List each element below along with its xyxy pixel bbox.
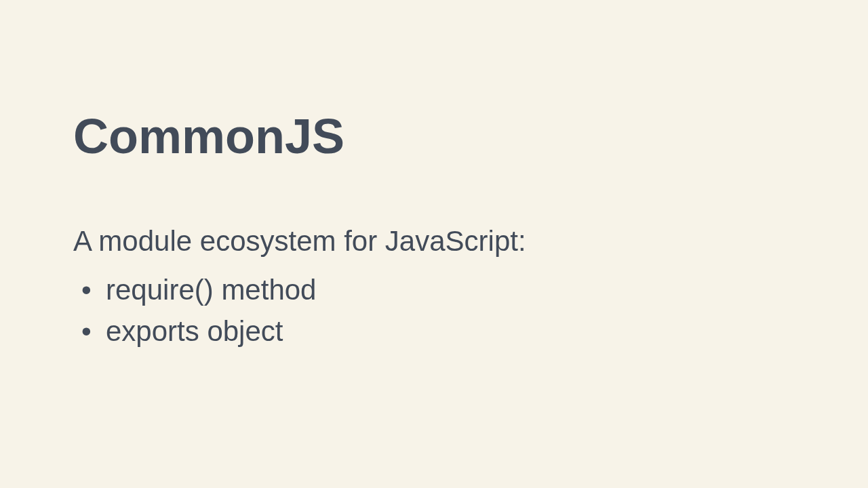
slide-title: CommonJS: [73, 108, 795, 164]
slide-container: CommonJS A module ecosystem for JavaScri…: [0, 0, 868, 488]
list-item: exports object: [73, 311, 795, 352]
list-item: require() method: [73, 270, 795, 311]
bullet-list: require() method exports object: [73, 270, 795, 352]
slide-subtitle: A module ecosystem for JavaScript:: [73, 225, 795, 258]
